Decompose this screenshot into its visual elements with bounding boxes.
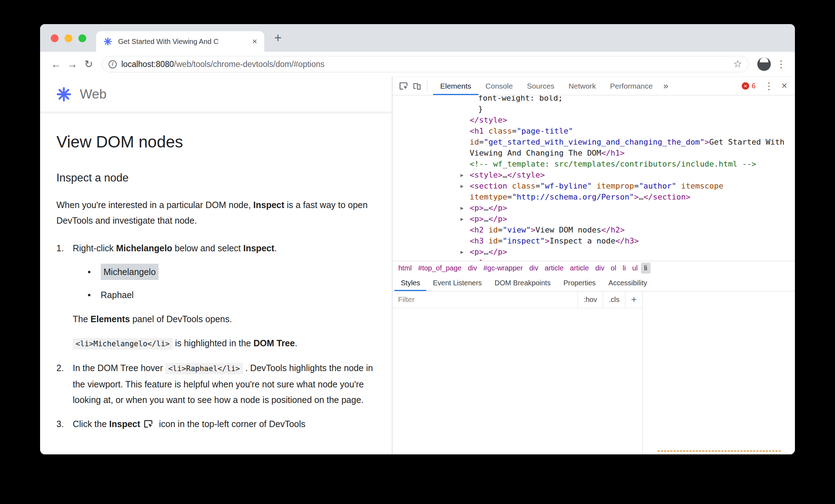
expand-arrow-icon[interactable]: ▶: [460, 170, 464, 181]
tab-console[interactable]: Console: [479, 77, 520, 95]
site-info-icon[interactable]: i: [109, 60, 117, 68]
dom-tree-node[interactable]: ▶<p>…</p>: [392, 213, 790, 224]
breadcrumb-item[interactable]: div: [465, 263, 480, 274]
syntax-a: itemprop: [592, 181, 634, 190]
expand-arrow-icon[interactable]: ▶: [460, 247, 464, 258]
separator: [427, 81, 427, 91]
new-style-rule-button[interactable]: +: [625, 291, 642, 308]
more-tabs-button[interactable]: »: [660, 81, 672, 91]
reload-button[interactable]: ↻: [81, 58, 97, 70]
breadcrumb-item[interactable]: div: [526, 263, 542, 274]
syntax-g: >: [634, 192, 639, 201]
tab-performance[interactable]: Performance: [603, 77, 660, 95]
browser-toolbar: ← → ↻ i localhost:8080/web/tools/chrome-…: [40, 52, 795, 77]
url-host: localhost:8080: [121, 60, 174, 69]
tab-elements[interactable]: Elements: [433, 77, 479, 95]
styles-pane: :hov .cls +: [392, 291, 795, 455]
syntax-x: …: [503, 170, 507, 179]
zoom-window-button[interactable]: [78, 34, 86, 42]
dom-tree-node[interactable]: ▶<section class="wf-byline" itemprop="au…: [392, 180, 790, 202]
breadcrumb-item[interactable]: #top_of_page: [415, 263, 465, 274]
dom-tree-node[interactable]: <h2 id="view">View DOM nodes</h2>: [392, 224, 790, 235]
back-button[interactable]: ←: [48, 58, 64, 70]
browser-tab[interactable]: Get Started With Viewing And C ×: [96, 31, 264, 52]
text-run: Michelangelo: [116, 243, 172, 253]
dom-tree-node[interactable]: <h3 id="inspect">Inspect a node</h3>: [392, 235, 790, 246]
pseudo-class-toggle[interactable]: :hov: [577, 291, 603, 308]
breadcrumb-item[interactable]: li: [641, 263, 651, 274]
syntax-p: =: [479, 138, 484, 146]
tab-sources[interactable]: Sources: [520, 77, 562, 95]
window-controls: [51, 34, 86, 42]
syntax-g: </h2>: [601, 225, 625, 234]
expand-arrow-icon[interactable]: ▶: [460, 214, 464, 225]
dom-tree-node[interactable]: ▶<style>…</style>: [392, 169, 790, 180]
breadcrumb-item[interactable]: ul: [629, 263, 641, 274]
error-count: 6: [752, 82, 756, 90]
collapse-arrow-icon[interactable]: ▼: [460, 258, 464, 261]
breadcrumb-item[interactable]: article: [541, 263, 566, 274]
class-toggle[interactable]: .cls: [603, 291, 625, 308]
site-logo-icon[interactable]: [56, 86, 72, 102]
devtools-panel: ElementsConsoleSourcesNetworkPerformance…: [392, 77, 795, 454]
syntax-v: "author": [639, 181, 676, 190]
sidebar-tab-styles[interactable]: Styles: [394, 275, 426, 291]
expand-arrow-icon[interactable]: ▶: [460, 203, 464, 214]
tab-network[interactable]: Network: [562, 77, 603, 95]
breadcrumb-item[interactable]: html: [395, 263, 415, 274]
dom-tree-node[interactable]: }: [392, 103, 790, 114]
bullet-icon: •: [88, 264, 91, 280]
text-run: Click the: [73, 419, 109, 429]
breadcrumb-item[interactable]: #gc-wrapper: [480, 263, 526, 274]
step-item-3: 3. Click the Inspect icon in the top-lef…: [56, 416, 378, 432]
syntax-g: </p>: [488, 247, 507, 256]
syntax-x: …: [484, 214, 488, 223]
dom-tree-node[interactable]: <!-- wf_template: src/templates/contribu…: [392, 158, 790, 169]
list-item: • Michelangelo: [88, 264, 378, 280]
sidebar-tab-accessibility[interactable]: Accessibility: [602, 275, 653, 291]
device-toolbar-button[interactable]: [410, 79, 424, 93]
bookmark-star-icon[interactable]: ☆: [733, 59, 742, 69]
breadcrumb-item[interactable]: ol: [608, 263, 620, 274]
dom-tree-node[interactable]: ▶<p>…</p>: [392, 246, 790, 257]
inspect-icon: [143, 418, 153, 428]
inspect-element-button[interactable]: [397, 79, 410, 93]
page-content: Web View DOM nodes Inspect a node When y…: [40, 77, 392, 454]
list-item-raphael[interactable]: Raphael: [101, 287, 134, 303]
sidebar-tab-dom-breakpoints[interactable]: DOM Breakpoints: [488, 275, 557, 291]
breadcrumb-item[interactable]: div: [592, 263, 608, 274]
profile-avatar[interactable]: [757, 57, 771, 71]
syntax-g: >: [704, 138, 709, 146]
text-run: DOM Tree: [253, 338, 295, 348]
browser-menu-button[interactable]: ⋮: [775, 58, 787, 70]
text-run: is highlighted in the: [173, 338, 254, 348]
new-tab-button[interactable]: +: [274, 30, 282, 45]
syntax-g: </section>: [643, 192, 690, 201]
dom-tree-node[interactable]: ▼<ol>: [392, 257, 790, 261]
breadcrumb-item[interactable]: article: [567, 263, 592, 274]
sidebar-tab-properties[interactable]: Properties: [557, 275, 602, 291]
list-item-michelangelo[interactable]: Michelangelo: [101, 264, 159, 280]
text-run: .: [295, 338, 297, 348]
dom-tree-node[interactable]: font-weight: bold;: [392, 95, 790, 103]
dom-tree-node[interactable]: ▶<p>…</p>: [392, 202, 790, 213]
dom-tree-node[interactable]: <h1 class="page-title" id="get_started_w…: [392, 125, 790, 158]
breadcrumb-item[interactable]: li: [619, 263, 629, 274]
forward-button[interactable]: →: [64, 58, 81, 70]
styles-filter-input[interactable]: [392, 291, 577, 308]
expand-arrow-icon[interactable]: ▶: [460, 181, 464, 192]
tab-close-icon[interactable]: ×: [252, 37, 257, 46]
dom-tree-node[interactable]: </style>: [392, 114, 790, 125]
text-run: Elements: [90, 314, 130, 324]
site-brand[interactable]: Web: [80, 87, 106, 102]
devtools-menu-button[interactable]: ⋮: [764, 80, 774, 92]
step-paragraph: The Elements panel of DevTools opens.: [73, 311, 378, 327]
breadcrumb-bar: html#top_of_pagediv#gc-wrapperdivarticle…: [392, 261, 795, 275]
devtools-close-button[interactable]: ×: [781, 80, 787, 91]
sidebar-tab-event-listeners[interactable]: Event Listeners: [426, 275, 488, 291]
address-bar[interactable]: i localhost:8080/web/tools/chrome-devtoo…: [102, 56, 749, 72]
step-number: 2.: [56, 360, 73, 408]
error-badge[interactable]: × 6: [742, 82, 756, 90]
minimize-window-button[interactable]: [65, 34, 72, 42]
close-window-button[interactable]: [51, 34, 59, 42]
